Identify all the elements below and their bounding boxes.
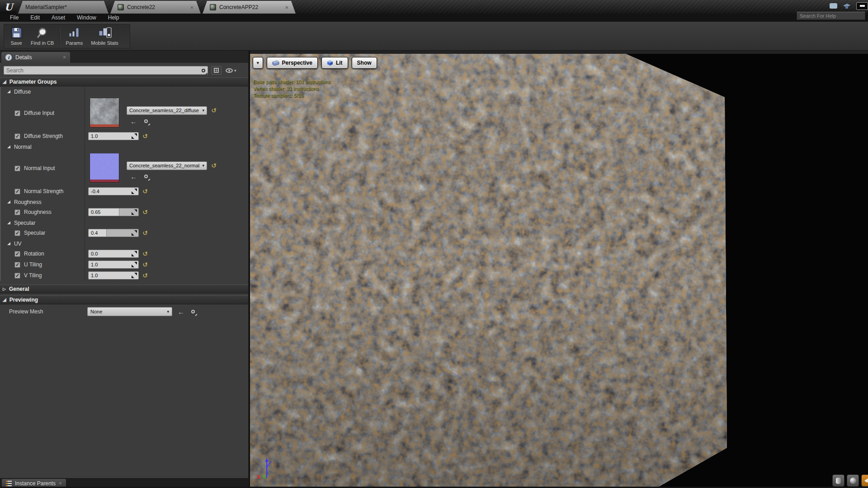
preview-plane-button[interactable] xyxy=(861,474,868,487)
tutorials-cap-icon[interactable] xyxy=(843,3,851,9)
normal-input-checkbox[interactable]: ✓ xyxy=(14,166,20,171)
reset-to-default-icon[interactable]: ↺ xyxy=(211,162,217,169)
browse-to-asset-icon[interactable] xyxy=(144,119,148,123)
preview-mesh-dropdown[interactable]: None ▾ xyxy=(87,307,172,316)
roughness-slider[interactable]: 0.65 xyxy=(88,208,139,216)
expanded-icon: ◢ xyxy=(7,90,10,94)
camera-icon xyxy=(272,60,279,66)
reset-to-default-icon[interactable]: ↺ xyxy=(142,188,148,194)
preview-sphere-button[interactable] xyxy=(847,474,859,487)
show-menu-button[interactable]: Show xyxy=(352,57,377,69)
diffuse-input-label: Diffuse Input xyxy=(24,110,54,116)
lit-mode-button[interactable]: Lit xyxy=(321,57,348,69)
previewing-header[interactable]: ◢ Previewing xyxy=(0,295,248,304)
diffuse-texture-thumbnail[interactable] xyxy=(90,98,119,128)
preview-viewport[interactable]: ▾ Perspective Lit Show Base pass shader:… xyxy=(250,51,868,488)
use-selected-asset-icon[interactable]: ← xyxy=(130,118,137,125)
diffuse-strength-checkbox[interactable]: ✓ xyxy=(14,133,20,139)
reset-to-default-icon[interactable]: ↺ xyxy=(142,209,148,215)
asset-tab-materialsampler[interactable]: MaterialSampler* xyxy=(18,1,108,14)
value-drag-icon[interactable] xyxy=(132,230,137,236)
save-label: Save xyxy=(10,40,22,46)
reset-to-default-icon[interactable]: ↺ xyxy=(211,107,217,114)
general-header[interactable]: ▷ General xyxy=(0,284,248,294)
v-tiling-checkbox[interactable]: ✓ xyxy=(14,273,20,279)
details-tab[interactable]: i Details × xyxy=(1,52,70,63)
help-search-input[interactable] xyxy=(797,13,865,19)
chevron-down-icon: ▾ xyxy=(167,309,169,314)
v-tiling-field[interactable]: 1.0 xyxy=(88,271,139,280)
find-in-cb-label: Find in CB xyxy=(31,40,54,46)
menu-help[interactable]: Help xyxy=(102,14,125,22)
mobile-devices-icon xyxy=(98,27,112,39)
browse-to-asset-icon[interactable] xyxy=(144,175,148,178)
rotation-field[interactable]: 0.0 xyxy=(88,250,139,258)
diffuse-input-checkbox[interactable]: ✓ xyxy=(14,110,20,116)
value-drag-icon[interactable] xyxy=(132,251,137,256)
reset-to-default-icon[interactable]: ↺ xyxy=(142,272,148,279)
category-normal[interactable]: ◢ Normal xyxy=(1,142,248,152)
menu-window[interactable]: Window xyxy=(71,14,102,22)
u-tiling-field[interactable]: 1.0 xyxy=(88,261,139,269)
params-button[interactable]: Params xyxy=(61,25,87,47)
viewport-options-button[interactable]: ▾ xyxy=(253,57,263,69)
parameter-groups-header[interactable]: ◢ Parameter Groups xyxy=(0,77,248,86)
browse-to-asset-icon[interactable] xyxy=(191,310,195,313)
menu-asset[interactable]: Asset xyxy=(46,14,71,22)
stats-line: Vertex shader: 31 instructions xyxy=(253,85,330,92)
close-icon[interactable]: × xyxy=(285,5,288,10)
close-icon[interactable]: × xyxy=(59,480,62,487)
normal-strength-field[interactable]: -0.4 xyxy=(88,187,139,195)
preview-mesh-cube[interactable] xyxy=(250,54,729,488)
reset-to-default-icon[interactable]: ↺ xyxy=(142,133,148,139)
normal-strength-checkbox[interactable]: ✓ xyxy=(14,189,20,194)
reset-to-default-icon[interactable]: ↺ xyxy=(142,251,148,257)
preview-cylinder-button[interactable] xyxy=(832,474,844,487)
list-icon xyxy=(6,481,12,486)
magnifier-icon xyxy=(36,27,49,39)
category-uv[interactable]: ◢ UV xyxy=(1,239,248,248)
feedback-bubble-icon[interactable] xyxy=(830,3,837,9)
diffuse-strength-field[interactable]: 1.0 xyxy=(88,132,139,140)
asset-tab-concreteapp22[interactable]: ConcreteAPP22 × xyxy=(203,1,296,14)
normal-texture-dropdown[interactable]: Concrete_seamless_22_normal ▾ xyxy=(127,161,207,170)
menu-file[interactable]: File xyxy=(4,14,24,22)
value-drag-icon[interactable] xyxy=(132,273,137,278)
diffuse-input-row: ✓ Diffuse Input Concrete_seamless_22_dif… xyxy=(1,96,248,131)
menu-edit[interactable]: Edit xyxy=(24,14,46,22)
details-search-input[interactable] xyxy=(6,67,202,74)
bar-chart-icon xyxy=(68,27,80,39)
property-matrix-button[interactable] xyxy=(211,66,222,75)
u-tiling-checkbox[interactable]: ✓ xyxy=(14,262,20,268)
value-drag-icon[interactable] xyxy=(132,209,137,215)
specular-row: ✓ Specular 0.4 ↺ xyxy=(1,227,248,238)
category-specular[interactable]: ◢ Specular xyxy=(1,218,248,227)
expanded-icon: ◢ xyxy=(3,80,6,84)
view-options-button[interactable]: ▾ xyxy=(225,68,237,73)
perspective-button[interactable]: Perspective xyxy=(267,57,318,69)
column-divider[interactable] xyxy=(85,87,85,281)
rotation-checkbox[interactable]: ✓ xyxy=(14,251,20,257)
window-minimize-button[interactable] xyxy=(856,2,868,10)
find-in-cb-button[interactable]: Find in CB xyxy=(27,25,58,47)
asset-tab-concrete22[interactable]: Concrete22 × xyxy=(110,1,201,14)
use-selected-asset-icon[interactable]: ← xyxy=(178,308,184,315)
value-drag-icon[interactable] xyxy=(132,189,137,194)
reset-to-default-icon[interactable]: ↺ xyxy=(142,261,148,268)
save-button[interactable]: Save xyxy=(6,25,27,47)
diffuse-texture-dropdown[interactable]: Concrete_seamless_22_diffuse ▾ xyxy=(127,106,207,115)
use-selected-asset-icon[interactable]: ← xyxy=(130,173,137,180)
normal-texture-thumbnail[interactable] xyxy=(90,153,119,183)
reset-to-default-icon[interactable]: ↺ xyxy=(142,230,148,236)
category-diffuse[interactable]: ◢ Diffuse xyxy=(1,87,248,96)
close-icon[interactable]: × xyxy=(63,54,66,61)
specular-checkbox[interactable]: ✓ xyxy=(14,230,20,236)
value-drag-icon[interactable] xyxy=(132,133,137,139)
chevron-down-icon: ▾ xyxy=(202,108,204,113)
mobile-stats-button[interactable]: Mobile Stats xyxy=(87,25,123,47)
close-icon[interactable]: × xyxy=(190,5,193,10)
specular-slider[interactable]: 0.4 xyxy=(88,229,139,237)
category-roughness[interactable]: ◢ Roughness xyxy=(1,197,248,207)
value-drag-icon[interactable] xyxy=(132,262,137,267)
roughness-checkbox[interactable]: ✓ xyxy=(14,209,20,215)
